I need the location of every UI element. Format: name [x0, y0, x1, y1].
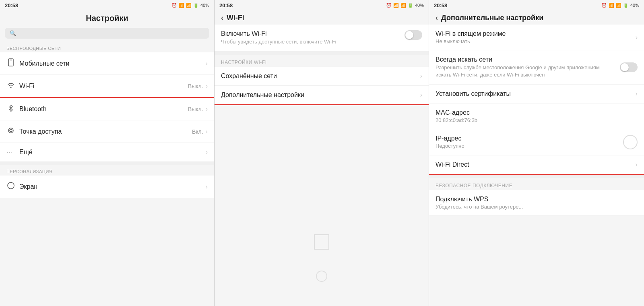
wifi-status-icon: 📶: [179, 3, 184, 8]
mobile-chevron: ›: [206, 60, 208, 67]
status-bar-1: 20:58 ⏰ 📶 📶 🔋 40%: [0, 0, 214, 10]
alarm-icon-3: ⏰: [601, 3, 607, 8]
ip-loading-spinner: [623, 135, 638, 149]
advanced-title: Дополнительные настройки: [441, 14, 543, 22]
loading-indicator-2: [316, 271, 327, 282]
item-wps[interactable]: Подключить WPS Убедитесь, что на Вашем р…: [429, 190, 644, 216]
wifi-enable-item[interactable]: Включить Wi-Fi Чтобы увидеть доступные с…: [215, 25, 429, 52]
always-scan-toggle[interactable]: [620, 62, 638, 72]
bluetooth-label: Bluetooth: [19, 105, 188, 113]
wifi-back-button[interactable]: ‹: [221, 14, 223, 22]
wifi-label: Wi-Fi: [19, 83, 188, 90]
wifi-icon: [6, 81, 19, 91]
wifi-sleep-subtitle: Не выключать: [436, 38, 632, 44]
wifi-title: Wi-Fi: [227, 14, 244, 22]
item-advanced[interactable]: Дополнительные настройки ›: [215, 86, 429, 105]
status-icons-2: ⏰ 📶 📶 🔋 40%: [386, 3, 424, 8]
item-bluetooth[interactable]: Bluetooth Выкл. ›: [0, 98, 214, 120]
item-ip: IP-адрес Недоступно: [429, 129, 644, 155]
install-cert-chevron: ›: [636, 90, 638, 97]
status-icons-1: ⏰ 📶 📶 🔋 40%: [171, 3, 209, 8]
advanced-header: ‹ Дополнительные настройки: [429, 10, 644, 25]
divider-1: [0, 162, 214, 165]
battery-icon-3: 🔋: [623, 3, 629, 8]
battery-percent-3: 40%: [630, 3, 639, 8]
wifi-status-icon-2: 📶: [393, 3, 399, 8]
time-1: 20:58: [5, 2, 18, 8]
time-3: 20:58: [434, 2, 447, 8]
status-bar-2: 20:58 ⏰ 📶 📶 🔋 40%: [215, 0, 429, 10]
wps-title: Подключить WPS: [436, 196, 638, 203]
always-scan-title: Всегда искать сети: [436, 56, 617, 63]
bluetooth-chevron: ›: [206, 105, 208, 113]
mac-title: MAC-адрес: [436, 109, 638, 116]
panel-advanced: 20:58 ⏰ 📶 📶 🔋 40% ‹ Дополнительные настр…: [429, 0, 644, 306]
wifi-direct-title: Wi-Fi Direct: [436, 161, 632, 168]
search-icon: 🔍: [10, 30, 16, 36]
status-icons-3: ⏰ 📶 📶 🔋 40%: [601, 3, 639, 8]
section-personal: ПЕРСОНАЛИЗАЦИЯ: [0, 165, 214, 176]
screen-icon: [6, 181, 19, 192]
svg-point-3: [8, 128, 13, 133]
wifi-toggle[interactable]: [405, 30, 422, 40]
item-wifi[interactable]: Wi-Fi Выкл. ›: [0, 75, 214, 98]
mobile-label: Мобильные сети: [19, 60, 203, 67]
wifi-sleep-chevron: ›: [636, 34, 638, 41]
advanced-back-button[interactable]: ‹: [436, 14, 438, 22]
settings-title: Настройки: [0, 10, 214, 25]
hotspot-icon: [6, 126, 19, 137]
time-2: 20:58: [219, 2, 233, 8]
always-scan-toggle-knob: [621, 63, 629, 71]
advanced-body: Wi-Fi в спящем режиме Не выключать › Все…: [429, 25, 644, 306]
advanced-chevron: ›: [420, 91, 422, 99]
item-install-cert[interactable]: Установить сертификаты ›: [429, 85, 644, 103]
wifi-enable-desc: Чтобы увидеть доступные сети, включите W…: [221, 38, 405, 45]
screen-chevron: ›: [206, 183, 208, 190]
ip-subtitle: Недоступно: [436, 143, 620, 149]
status-bar-3: 20:58 ⏰ 📶 📶 🔋 40%: [429, 0, 644, 10]
wifi-header: ‹ Wi-Fi: [215, 10, 429, 25]
item-more[interactable]: ··· Ещё ›: [0, 143, 214, 162]
signal-icon-3: 📶: [616, 3, 621, 8]
alarm-icon-2: ⏰: [386, 3, 392, 8]
wifi-enable-title: Включить Wi-Fi: [221, 30, 405, 37]
panel-wifi: 20:58 ⏰ 📶 📶 🔋 40% ‹ Wi-Fi Включить Wi-Fi…: [215, 0, 429, 306]
svg-point-2: [10, 129, 12, 132]
battery-percent-1: 40%: [200, 3, 209, 8]
panel-settings: 20:58 ⏰ 📶 📶 🔋 40% Настройки 🔍 БЕСПРОВОДН…: [0, 0, 215, 306]
wifi-status-icon-3: 📶: [609, 3, 614, 8]
more-icon: ···: [6, 149, 19, 155]
item-hotspot[interactable]: Точка доступа Вкл. ›: [0, 120, 214, 143]
item-mobile[interactable]: Мобильные сети ›: [0, 52, 214, 75]
item-screen[interactable]: Экран ›: [0, 176, 214, 198]
svg-rect-1: [10, 60, 12, 60]
secure-section-label: БЕЗОПАСНОЕ ПОДКЛЮЧЕНИЕ: [429, 178, 644, 190]
bluetooth-icon: [6, 103, 19, 114]
search-bar[interactable]: 🔍: [5, 28, 209, 39]
install-cert-title: Установить сертификаты: [436, 90, 632, 97]
alarm-icon: ⏰: [171, 3, 177, 8]
always-scan-subtitle: Разрешить службе местоположения Google и…: [436, 64, 617, 79]
battery-icon-2: 🔋: [408, 3, 413, 8]
item-saved-networks[interactable]: Сохранённые сети ›: [215, 67, 429, 86]
item-wifi-direct[interactable]: Wi-Fi Direct ›: [429, 155, 644, 175]
wifi-chevron: ›: [206, 83, 208, 90]
divider-3: [429, 175, 644, 178]
saved-networks-label: Сохранённые сети: [221, 72, 420, 80]
mac-subtitle: 20:82:c0:ad:76:3b: [436, 117, 638, 123]
battery-icon: 🔋: [193, 3, 199, 8]
wps-subtitle: Убедитесь, что на Вашем роутере...: [436, 204, 638, 210]
ip-title: IP-адрес: [436, 135, 620, 142]
hotspot-value: Вкл.: [192, 128, 203, 135]
signal-icon-2: 📶: [400, 3, 406, 8]
svg-point-4: [8, 182, 14, 189]
wifi-sleep-title: Wi-Fi в спящем режиме: [436, 30, 632, 37]
wifi-body: Включить Wi-Fi Чтобы увидеть доступные с…: [215, 25, 429, 306]
saved-chevron: ›: [420, 72, 422, 80]
mobile-icon: [6, 58, 19, 69]
more-chevron: ›: [206, 149, 208, 156]
item-wifi-sleep[interactable]: Wi-Fi в спящем режиме Не выключать ›: [429, 25, 644, 50]
more-label: Ещё: [19, 149, 206, 156]
item-always-scan[interactable]: Всегда искать сети Разрешить службе мест…: [429, 50, 644, 85]
hotspot-label: Точка доступа: [19, 128, 192, 135]
